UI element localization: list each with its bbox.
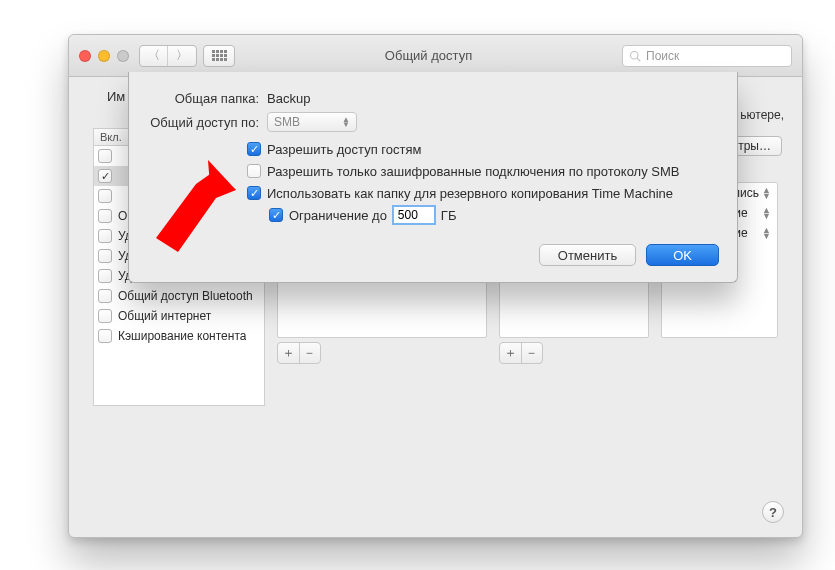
checkbox-icon[interactable] xyxy=(98,229,112,243)
checkbox-icon[interactable] xyxy=(98,189,112,203)
checkbox-icon[interactable] xyxy=(98,249,112,263)
traffic-lights xyxy=(79,50,129,62)
toolbar: 〈 〉 Общий доступ Поиск xyxy=(69,35,802,77)
checkbox-icon[interactable] xyxy=(98,329,112,343)
checkbox-icon[interactable] xyxy=(98,269,112,283)
users-plusminus[interactable]: ＋ － xyxy=(499,342,543,364)
checkbox-icon[interactable] xyxy=(98,209,112,223)
opt-guest-label: Разрешить доступ гостям xyxy=(267,142,421,157)
chevron-updown-icon[interactable]: ▲▼ xyxy=(762,227,771,239)
sheet-folder-label: Общая папка: xyxy=(147,91,267,106)
search-icon xyxy=(629,50,641,62)
opt-time-machine-label: Использовать как папку для резервного ко… xyxy=(267,186,673,201)
opt-smb-enc[interactable]: Разрешить только зашифрованные подключен… xyxy=(247,160,719,182)
name-label: Им xyxy=(107,89,125,104)
service-label: Кэширование контента xyxy=(118,329,246,343)
plus-icon[interactable]: ＋ xyxy=(500,343,522,363)
service-row[interactable]: Общий доступ Bluetooth xyxy=(94,286,264,306)
search-placeholder: Поиск xyxy=(646,49,679,63)
checkbox-icon[interactable] xyxy=(98,289,112,303)
chevron-updown-icon[interactable]: ▲▼ xyxy=(762,207,771,219)
service-label: Общий доступ Bluetooth xyxy=(118,289,253,303)
checkbox-icon[interactable] xyxy=(98,309,112,323)
svg-point-0 xyxy=(631,51,639,59)
sheet-access-value: SMB xyxy=(274,115,300,129)
minimize-icon[interactable] xyxy=(98,50,110,62)
checkbox-on-icon[interactable] xyxy=(247,142,261,156)
checkbox-icon[interactable] xyxy=(98,149,112,163)
folders-plusminus[interactable]: ＋ － xyxy=(277,342,321,364)
opt-smb-enc-label: Разрешить только зашифрованные подключен… xyxy=(267,164,679,179)
ok-button[interactable]: OK xyxy=(646,244,719,266)
service-row[interactable]: Общий интернет xyxy=(94,306,264,326)
help-button[interactable]: ? xyxy=(762,501,784,523)
sheet-access-label: Общий доступ по: xyxy=(147,115,267,130)
chevron-updown-icon: ▲▼ xyxy=(342,117,350,127)
plus-icon[interactable]: ＋ xyxy=(278,343,300,363)
opt-size-limit[interactable]: Ограничение до ГБ xyxy=(269,204,719,226)
cancel-button[interactable]: Отменить xyxy=(539,244,636,266)
sheet-folder-value: Backup xyxy=(267,91,310,106)
checkbox-on-icon[interactable] xyxy=(269,208,283,222)
opt-size-limit-label: Ограничение до xyxy=(289,208,387,223)
sheet-access-select[interactable]: SMB ▲▼ xyxy=(267,112,357,132)
sheet-options: Разрешить доступ гостям Разрешить только… xyxy=(247,138,719,226)
checkbox-off-icon[interactable] xyxy=(247,164,261,178)
search-input[interactable]: Поиск xyxy=(622,45,792,67)
service-row[interactable]: Кэширование контента xyxy=(94,326,264,346)
folder-options-sheet: Общая папка: Backup Общий доступ по: SMB… xyxy=(128,72,738,283)
svg-line-1 xyxy=(637,58,640,61)
opt-time-machine[interactable]: Использовать как папку для резервного ко… xyxy=(247,182,719,204)
show-all-icon[interactable] xyxy=(203,45,235,67)
zoom-icon[interactable] xyxy=(117,50,129,62)
checkbox-on-icon[interactable] xyxy=(247,186,261,200)
opt-guest[interactable]: Разрешить доступ гостям xyxy=(247,138,719,160)
minus-icon[interactable]: － xyxy=(300,343,321,363)
service-label: Общий интернет xyxy=(118,309,211,323)
back-icon[interactable]: 〈 xyxy=(140,46,168,66)
forward-icon[interactable]: 〉 xyxy=(168,46,196,66)
size-limit-field[interactable] xyxy=(393,206,435,224)
size-limit-unit: ГБ xyxy=(441,208,457,223)
minus-icon[interactable]: － xyxy=(522,343,543,363)
chevron-updown-icon[interactable]: ▲▼ xyxy=(762,187,771,199)
checkbox-icon[interactable] xyxy=(98,169,112,183)
window-title: Общий доступ xyxy=(235,48,622,63)
nav-back-forward[interactable]: 〈 〉 xyxy=(139,45,197,67)
close-icon[interactable] xyxy=(79,50,91,62)
